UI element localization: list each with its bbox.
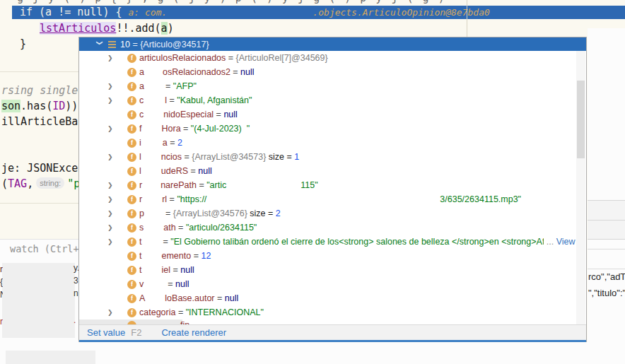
segment-name: r [139,194,142,204]
expand-chevron-icon[interactable]: ❯ [107,54,118,61]
chevron-down-icon[interactable]: ❯ [96,40,103,49]
segment-str: 115" [300,180,317,190]
code-text: , [27,177,33,190]
variable-row[interactable]: fv= null [79,277,586,291]
field-icon: f [127,139,136,148]
segment-name: v [139,279,144,289]
variable-row[interactable]: faosRelacionados2 = null [79,65,586,79]
expand-chevron-icon[interactable]: ❯ [107,196,118,203]
json-text-fragment: rco","adTy [588,271,625,282]
expand-chevron-icon[interactable]: ❯ [107,210,118,217]
field-icon: f [127,110,136,119]
variable-row[interactable]: ❯frrl = "https://3/635/2634115.mp3" [79,192,586,206]
field-icon: f [127,209,136,218]
segment-str: "https:// [177,194,206,204]
expand-chevron-icon[interactable]: ❯ [107,182,118,189]
segment-name: rl [162,194,167,204]
segment-name: a [163,138,168,148]
segment-str: "articulo/2634115" [186,223,257,233]
field-icon: f [127,223,136,233]
variable-row[interactable]: ❯ft= "El Gobierno talibán ordenó el cier… [79,235,586,249]
variable-row[interactable]: fia = 2 [79,136,586,150]
variables-rows: ❯farticulosRelacionados = {ArticuloRel[7… [79,51,586,319]
background-row [588,220,625,240]
variable-row[interactable]: ❯fcategoria = "INTERNACIONAL" [79,305,586,319]
segment-op: = [215,293,225,303]
segment-ref: {ArrayList@34573} [192,152,266,162]
segment-op: = [175,307,185,317]
segment-name: t [139,265,141,275]
segment-name: c [139,95,144,105]
variable-row[interactable]: ❯fp= {ArrayList@34576} size = 2 [79,206,586,221]
segment-name: ath [163,223,175,233]
segment-op: = [165,81,173,91]
create-renderer-button[interactable]: Create renderer [161,327,226,338]
segment-size: size = [247,209,276,218]
expand-chevron-icon[interactable]: ❯ [107,309,118,316]
divider-line [588,249,625,249]
segment-name: p [139,209,144,218]
field-icon: f [127,167,136,176]
segment-name: r [139,180,142,190]
segment-name: iel [161,265,170,275]
add-watch-input[interactable]: watch (Ctrl+Shi [10,243,78,254]
variable-row[interactable]: fcnidoEspecial = null [79,107,586,122]
ide-debugger-screenshot: g j y ( ) p { } , g ( j y ) p ( ) y j g … [0,0,625,364]
variable-row[interactable]: fAloBase.autor = null [79,291,586,305]
code-text: )) { [65,100,80,112]
segment-name: s [139,223,144,233]
execution-highlight-line[interactable]: if (a != null) { a: com..objects.Articul… [12,6,625,19]
selected-variable-row[interactable]: ❯ 10 = {Articulo@34517} [79,37,586,51]
code-text: ) [168,22,174,35]
expand-chevron-icon[interactable]: ❯ [107,238,118,245]
divider-line [0,203,78,204]
segment-name: ncios [161,152,182,162]
expand-chevron-icon[interactable]: ❯ [107,224,118,231]
segment-ref: {ArticuloRel[7]@34569} [236,53,328,63]
shortcut-label: F2 [131,327,141,338]
text-fragment: 3 [74,276,78,286]
code-line-brace[interactable]: } [20,37,26,51]
variable-row[interactable]: ❯flncios = {ArrayList@34573} size = 1 [79,150,586,164]
variable-row[interactable]: ftemento = 12 [79,249,586,263]
variable-row[interactable]: ❯frnarePath = "artic115" [79,178,586,192]
field-icon: f [127,153,136,162]
segment-name: nidoEspecial [163,110,214,119]
segment-op: = [181,124,191,134]
variable-row[interactable]: ❯fsath = "articulo/2634115" [79,221,586,235]
variable-row[interactable]: fludeRS = null [79,164,586,178]
segment-num: 2 [276,209,281,218]
segment-str: "El Gobierno talibán ordenó el cierre de… [170,237,544,247]
segment-kw: null [223,110,237,119]
expand-chevron-icon[interactable]: ❯ [107,153,118,160]
segment-op: = [188,166,198,176]
expand-chevron-icon[interactable]: ❯ [107,125,118,132]
code-line-add[interactable]: lstArticulos!!.add(a) [40,21,174,35]
scrollbar-thumb[interactable] [577,81,585,158]
field-icon: f [127,54,136,63]
field-icon: f [127,280,136,289]
text-fragment: n [74,288,78,298]
text-fragment: r [0,264,3,274]
segment-kw: null [225,293,238,303]
field-icon: f [127,252,136,261]
segment-ref: {ArrayList@34576} [173,209,247,218]
set-value-button[interactable]: Set value [87,327,125,338]
variable-row[interactable]: ❯farticulosRelacionados = {ArticuloRel[7… [79,51,586,65]
variable-row[interactable]: ❯ffHora = "(4-Jul-2023)" [79,122,586,136]
segment-name: articulosRelacionados [139,53,226,63]
segment-name: narePath [160,180,197,190]
segment-size: size = [266,152,294,162]
field-icon: f [127,181,136,190]
variable-row[interactable]: ftiel = null [79,263,586,277]
variable-row[interactable]: ❯fa= "AFP" [79,79,586,93]
expand-chevron-icon[interactable]: ❯ [107,97,118,104]
segment-num: 1 [294,152,299,162]
variable-row[interactable]: ❯fcl = "Kabul, Afganistán" [79,93,586,107]
segment-name: f [139,124,141,134]
bottom-background [78,342,625,364]
segment-kw: null [198,166,211,176]
segment-name: categoria [139,307,175,317]
expand-chevron-icon[interactable]: ❯ [107,83,118,90]
view-link[interactable]: View [556,237,576,247]
